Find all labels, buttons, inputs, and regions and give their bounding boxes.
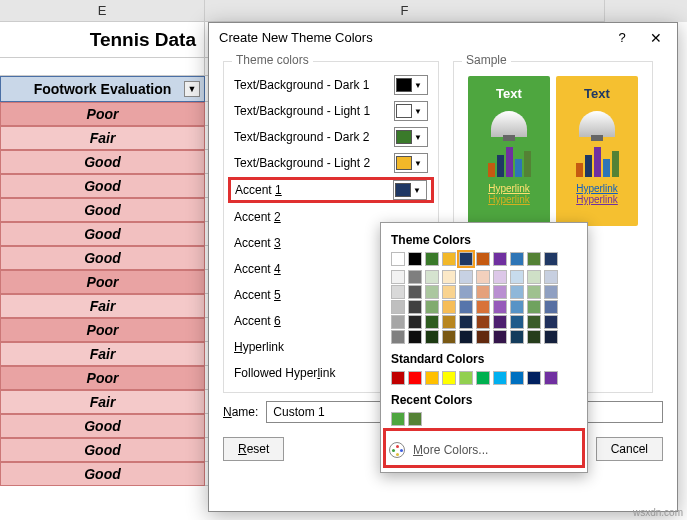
color-swatch[interactable]: [493, 315, 507, 329]
color-swatch[interactable]: [544, 270, 558, 284]
color-swatch[interactable]: [527, 300, 541, 314]
color-swatch[interactable]: [391, 300, 405, 314]
color-swatch[interactable]: [425, 300, 439, 314]
color-swatch[interactable]: [459, 252, 473, 266]
table-row[interactable]: Poor: [0, 102, 205, 126]
color-swatch[interactable]: [408, 412, 422, 426]
color-swatch[interactable]: [391, 371, 405, 385]
color-swatch[interactable]: [391, 285, 405, 299]
color-swatch[interactable]: [476, 300, 490, 314]
color-swatch[interactable]: [527, 285, 541, 299]
table-header[interactable]: Footwork Evaluation ▼: [0, 76, 205, 102]
close-button[interactable]: ✕: [641, 23, 671, 53]
table-row[interactable]: Fair: [0, 342, 205, 366]
color-swatch[interactable]: [544, 371, 558, 385]
color-swatch[interactable]: [442, 315, 456, 329]
table-row[interactable]: Fair: [0, 126, 205, 150]
color-swatch[interactable]: [459, 270, 473, 284]
color-swatch[interactable]: [391, 252, 405, 266]
color-swatch[interactable]: [425, 270, 439, 284]
color-swatch[interactable]: [408, 315, 422, 329]
color-swatch[interactable]: [459, 330, 473, 344]
cancel-button[interactable]: Cancel: [596, 437, 663, 461]
color-swatch-button[interactable]: ▼: [393, 180, 427, 200]
color-swatch[interactable]: [544, 252, 558, 266]
color-swatch[interactable]: [459, 371, 473, 385]
color-swatch[interactable]: [442, 300, 456, 314]
color-swatch[interactable]: [459, 285, 473, 299]
color-swatch[interactable]: [510, 371, 524, 385]
table-row[interactable]: Good: [0, 198, 205, 222]
color-swatch[interactable]: [425, 252, 439, 266]
color-swatch[interactable]: [493, 270, 507, 284]
more-colors-button[interactable]: More Colors...: [381, 436, 587, 464]
color-swatch[interactable]: [527, 330, 541, 344]
table-row[interactable]: Good: [0, 174, 205, 198]
table-row[interactable]: Fair: [0, 390, 205, 414]
color-swatch[interactable]: [442, 371, 456, 385]
color-swatch[interactable]: [544, 300, 558, 314]
color-swatch[interactable]: [476, 371, 490, 385]
color-swatch[interactable]: [476, 270, 490, 284]
color-swatch[interactable]: [527, 252, 541, 266]
color-swatch[interactable]: [408, 252, 422, 266]
color-swatch[interactable]: [408, 371, 422, 385]
color-swatch[interactable]: [476, 330, 490, 344]
col-e-header[interactable]: E: [0, 0, 205, 22]
color-swatch[interactable]: [391, 412, 405, 426]
color-swatch[interactable]: [408, 330, 422, 344]
color-swatch[interactable]: [408, 300, 422, 314]
color-swatch[interactable]: [425, 315, 439, 329]
color-swatch[interactable]: [425, 330, 439, 344]
color-swatch-button[interactable]: ▼: [394, 101, 428, 121]
reset-button[interactable]: Reset: [223, 437, 284, 461]
color-swatch[interactable]: [510, 315, 524, 329]
color-swatch[interactable]: [544, 285, 558, 299]
help-button[interactable]: ?: [607, 23, 637, 53]
color-swatch-button[interactable]: ▼: [394, 127, 428, 147]
table-row[interactable]: Poor: [0, 270, 205, 294]
color-swatch[interactable]: [476, 252, 490, 266]
color-swatch[interactable]: [527, 371, 541, 385]
table-row[interactable]: Good: [0, 462, 205, 486]
color-swatch[interactable]: [544, 315, 558, 329]
color-swatch[interactable]: [459, 315, 473, 329]
table-row[interactable]: Poor: [0, 366, 205, 390]
table-row[interactable]: Good: [0, 246, 205, 270]
color-swatch[interactable]: [442, 330, 456, 344]
color-swatch-button[interactable]: ▼: [394, 75, 428, 95]
color-swatch[interactable]: [493, 300, 507, 314]
table-row[interactable]: Poor: [0, 318, 205, 342]
color-swatch[interactable]: [510, 330, 524, 344]
table-row[interactable]: Fair: [0, 294, 205, 318]
color-swatch[interactable]: [391, 315, 405, 329]
color-swatch[interactable]: [544, 330, 558, 344]
color-swatch[interactable]: [527, 270, 541, 284]
color-swatch[interactable]: [442, 270, 456, 284]
color-swatch[interactable]: [527, 315, 541, 329]
table-row[interactable]: Good: [0, 150, 205, 174]
color-swatch[interactable]: [476, 315, 490, 329]
col-f-header[interactable]: F: [205, 0, 605, 22]
color-swatch[interactable]: [510, 285, 524, 299]
color-swatch[interactable]: [493, 252, 507, 266]
color-swatch[interactable]: [459, 300, 473, 314]
filter-dropdown-icon[interactable]: ▼: [184, 81, 200, 97]
color-swatch[interactable]: [493, 330, 507, 344]
table-row[interactable]: Good: [0, 222, 205, 246]
color-swatch[interactable]: [493, 371, 507, 385]
color-swatch[interactable]: [391, 330, 405, 344]
color-swatch[interactable]: [442, 252, 456, 266]
color-swatch[interactable]: [408, 270, 422, 284]
color-swatch[interactable]: [408, 285, 422, 299]
color-swatch[interactable]: [510, 270, 524, 284]
color-swatch[interactable]: [510, 252, 524, 266]
color-swatch[interactable]: [510, 300, 524, 314]
color-swatch[interactable]: [442, 285, 456, 299]
color-swatch[interactable]: [425, 371, 439, 385]
color-swatch[interactable]: [391, 270, 405, 284]
color-swatch[interactable]: [476, 285, 490, 299]
table-row[interactable]: Good: [0, 414, 205, 438]
color-swatch[interactable]: [493, 285, 507, 299]
table-row[interactable]: Good: [0, 438, 205, 462]
